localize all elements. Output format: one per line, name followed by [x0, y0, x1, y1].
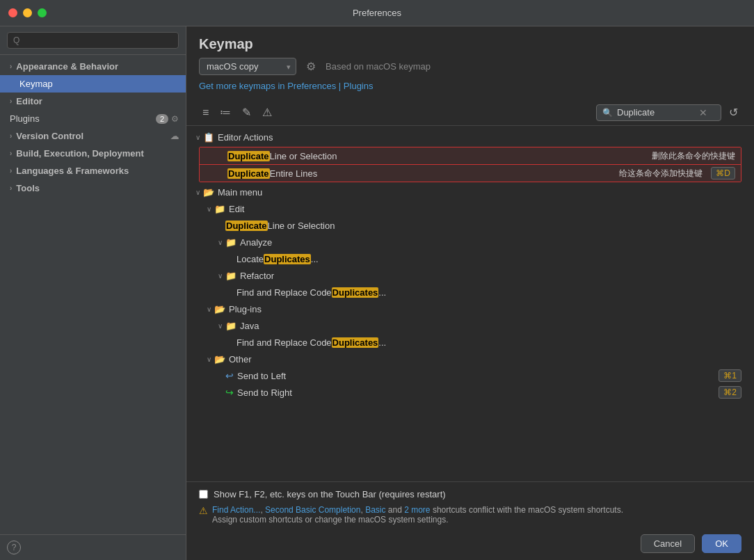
help-button[interactable]: ? [7, 541, 21, 554]
other-folder-icon: 📂 [214, 354, 225, 365]
sidebar-item-label: Plugins [10, 113, 40, 124]
tree-row-send-left[interactable]: ↩ Send to Left ⌘1 [186, 367, 754, 384]
tree-row-locate-dup[interactable]: Locate Duplicates ... [186, 250, 754, 267]
footer-buttons: Cancel OK [199, 530, 741, 553]
plugins-folder-icon: 📂 [214, 304, 225, 314]
sidebar-item-languages[interactable]: › Languages & Frameworks [0, 162, 186, 179]
tree-label: Send to Left [237, 371, 719, 381]
tree-chevron-icon: ∨ [214, 322, 225, 330]
label-rest: Line or Selection [268, 221, 335, 231]
touch-bar-checkbox-row: Show F1, F2, etc. keys on the Touch Bar … [199, 489, 741, 499]
keymap-search-input[interactable] [617, 107, 693, 118]
search-icon: 🔍 [602, 108, 613, 118]
second-basic-link[interactable]: Second Basic Completion [265, 505, 360, 515]
tree-label: Send to Right [237, 387, 719, 398]
tree-chevron-icon: ∨ [203, 205, 214, 213]
tree-row-analyze[interactable]: ∨ 📁 Analyze [186, 234, 754, 250]
keymap-link-row: Get more keymaps in Preferences | Plugin… [186, 81, 754, 99]
sidebar-item-plugins[interactable]: Plugins 2 ⚙ [0, 110, 186, 127]
reset-search-button[interactable]: ↺ [725, 104, 741, 121]
chevron-icon: › [10, 132, 12, 140]
touch-bar-checkbox[interactable] [199, 490, 208, 499]
tree-row-duplicate-entire[interactable]: Duplicate Entire Lines 给这条命令添加快捷键 ⌘D [200, 164, 741, 182]
highlight-duplicate: Duplicate [225, 221, 268, 231]
label-rest: ... [378, 337, 386, 348]
tree-row-edit[interactable]: ∨ 📁 Edit [186, 200, 754, 217]
keymap-select-wrapper: macOS copy ▾ [199, 58, 296, 75]
sidebar-item-editor[interactable]: › Editor [0, 93, 186, 110]
shortcut-cmd1: ⌘1 [719, 369, 741, 382]
plugins-badge: 2 [156, 114, 168, 124]
toolbar-warning-btn[interactable]: ⚠ [259, 104, 275, 121]
tree-chevron-icon: ∨ [192, 134, 203, 141]
analyze-folder-icon: 📁 [225, 237, 236, 248]
minimize-button[interactable] [23, 8, 32, 17]
chevron-icon: › [10, 63, 12, 70]
keymap-gear-button[interactable]: ⚙ [303, 58, 319, 74]
close-button[interactable] [8, 8, 17, 17]
more-link[interactable]: 2 more [404, 505, 430, 515]
sidebar-item-vcs[interactable]: › Version Control ☁ [0, 127, 186, 145]
tree-row-send-right[interactable]: ↪ Send to Right ⌘2 [186, 384, 754, 401]
tree-label: Analyze [240, 237, 754, 248]
tree-label: Edit [229, 204, 754, 214]
sidebar-search-bar [0, 26, 186, 55]
tree-chevron-icon: ∨ [203, 355, 214, 363]
bottom-bar: Show F1, F2, etc. keys on the Touch Bar … [186, 481, 754, 560]
sidebar-item-appearance[interactable]: › Appearance & Behavior [0, 58, 186, 75]
tree-row-editor-actions[interactable]: ∨ 📋 Editor Actions [186, 129, 754, 145]
tree-row-duplicate-line-sel[interactable]: Duplicate Line or Selection 删除此条命令的快捷键 [200, 147, 741, 164]
chevron-icon: › [10, 167, 12, 175]
find-action-link[interactable]: Find Action... [212, 505, 260, 515]
tree-row-other[interactable]: ∨ 📂 Other [186, 351, 754, 367]
tree-row-refactor[interactable]: ∨ 📁 Refactor [186, 267, 754, 284]
warning-row: ⚠ Find Action..., Second Basic Completio… [199, 505, 741, 525]
sidebar-item-label: Version Control [16, 131, 83, 141]
tree-row-find-replace-java[interactable]: Find and Replace Code Duplicates ... [186, 334, 754, 351]
tree-row-main-menu[interactable]: ∨ 📂 Main menu [186, 184, 754, 200]
tree-row-find-replace-refactor[interactable]: Find and Replace Code Duplicates ... [186, 284, 754, 301]
keymap-based-text: Based on macOS keymap [326, 61, 431, 72]
keymap-selector-row: macOS copy ▾ ⚙ Based on macOS keymap [186, 58, 754, 81]
maximize-button[interactable] [38, 8, 47, 17]
cancel-button[interactable]: Cancel [641, 534, 695, 553]
tree-label: Plug-ins [229, 304, 754, 314]
chevron-icon: › [10, 97, 12, 105]
tree-row-dup-line-edit[interactable]: Duplicate Line or Selection [186, 217, 754, 234]
sidebar-item-build[interactable]: › Build, Execution, Deployment [0, 145, 186, 162]
warning-icon: ⚠ [199, 505, 208, 516]
tree-label: Java [240, 321, 754, 331]
ok-button[interactable]: OK [702, 534, 741, 553]
content-area: Keymap macOS copy ▾ ⚙ Based on macOS key… [186, 26, 754, 560]
toolbar-list-btn[interactable]: ≔ [216, 104, 234, 121]
sidebar-search-input[interactable] [7, 32, 179, 49]
basic-link[interactable]: Basic [365, 505, 385, 515]
window-title: Preferences [353, 8, 401, 18]
toolbar-indent-btn[interactable]: ≡ [199, 104, 212, 121]
send-right-icon: ↪ [225, 387, 234, 398]
tree-label: Other [229, 354, 754, 365]
sidebar-item-label: Keymap [19, 79, 53, 89]
sidebar-bottom: ? [0, 534, 186, 560]
send-left-icon: ↩ [225, 370, 234, 381]
sidebar-item-label: Languages & Frameworks [16, 166, 129, 176]
chevron-icon: › [10, 150, 12, 157]
keymap-plugins-link[interactable]: Get more keymaps in Preferences | Plugin… [199, 81, 374, 91]
label-rest: Entire Lines [270, 168, 318, 179]
toolbar-edit-btn[interactable]: ✎ [239, 104, 255, 121]
clear-search-button[interactable]: ✕ [698, 107, 709, 118]
main-layout: › Appearance & Behavior Keymap › Editor … [0, 26, 754, 560]
tree-row-java[interactable]: ∨ 📁 Java [186, 317, 754, 334]
keymap-select[interactable]: macOS copy [199, 58, 296, 75]
keymap-tree: ∨ 📋 Editor Actions Duplicate Line or Sel… [186, 126, 754, 481]
refactor-folder-icon: 📁 [225, 271, 236, 281]
sidebar-item-tools[interactable]: › Tools [0, 179, 186, 197]
tree-row-plugins[interactable]: ∨ 📂 Plug-ins [186, 301, 754, 317]
toolbar: ≡ ≔ ✎ ⚠ 🔍 ✕ ↺ [186, 99, 754, 126]
title-bar: Preferences [0, 0, 754, 26]
highlight-duplicates: Duplicates [264, 254, 311, 264]
tree-chevron-icon: ∨ [192, 189, 203, 196]
highlight-duplicates: Duplicates [332, 337, 379, 348]
tree-chevron-icon: ∨ [203, 305, 214, 313]
sidebar-item-keymap[interactable]: Keymap [0, 75, 186, 93]
